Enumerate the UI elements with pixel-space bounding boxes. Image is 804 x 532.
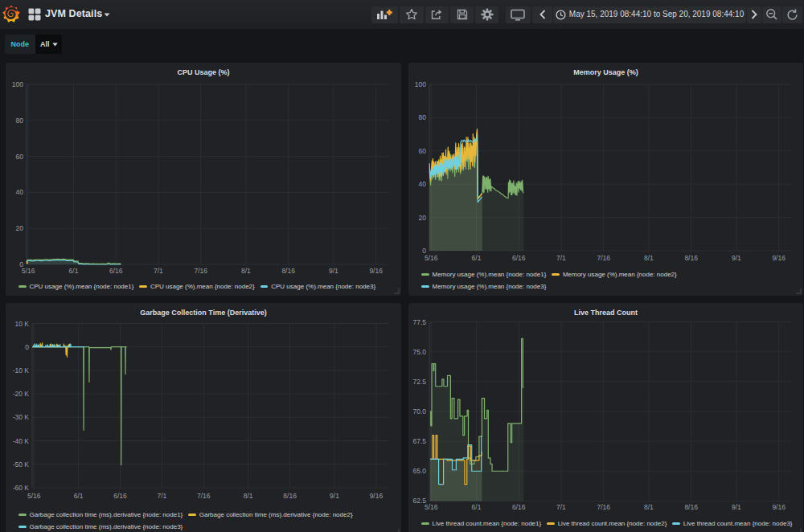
svg-text:8/1: 8/1 (644, 503, 654, 511)
svg-text:80: 80 (419, 113, 427, 121)
svg-text:6/16: 6/16 (512, 503, 526, 511)
svg-text:5/16: 5/16 (22, 267, 35, 275)
svg-text:77.5: 77.5 (412, 318, 426, 326)
svg-text:-60 K: -60 K (13, 484, 30, 492)
svg-text:8/16: 8/16 (684, 503, 698, 511)
svg-text:6/1: 6/1 (69, 267, 79, 275)
svg-text:7/16: 7/16 (597, 503, 610, 511)
svg-text:7/1: 7/1 (157, 492, 166, 500)
svg-text:9/1: 9/1 (732, 503, 741, 511)
svg-text:40: 40 (16, 188, 24, 196)
svg-text:9/16: 9/16 (370, 492, 384, 500)
svg-text:20: 20 (16, 224, 24, 232)
svg-text:9/1: 9/1 (732, 254, 741, 262)
svg-text:6/16: 6/16 (109, 267, 123, 275)
svg-text:10 K: 10 K (15, 320, 30, 328)
svg-text:8/1: 8/1 (644, 254, 654, 262)
svg-text:0: 0 (25, 343, 29, 351)
svg-text:5/16: 5/16 (425, 254, 438, 262)
svg-text:7/1: 7/1 (556, 503, 566, 511)
svg-text:65.0: 65.0 (412, 467, 426, 475)
svg-text:80: 80 (16, 117, 24, 125)
svg-text:8/16: 8/16 (684, 254, 698, 262)
svg-text:40: 40 (419, 180, 427, 188)
svg-text:7/1: 7/1 (154, 267, 163, 275)
svg-text:6/1: 6/1 (74, 492, 84, 500)
svg-text:6/16: 6/16 (113, 492, 127, 500)
svg-text:5/16: 5/16 (27, 492, 41, 500)
svg-text:6/1: 6/1 (472, 503, 482, 511)
svg-text:-30 K: -30 K (13, 413, 30, 421)
svg-text:-20 K: -20 K (13, 390, 30, 398)
svg-text:75.0: 75.0 (412, 348, 426, 356)
svg-text:9/1: 9/1 (329, 267, 338, 275)
svg-text:70.0: 70.0 (412, 407, 426, 415)
svg-text:8/1: 8/1 (241, 267, 251, 275)
svg-text:7/16: 7/16 (197, 492, 211, 500)
svg-text:7/16: 7/16 (194, 267, 207, 275)
svg-text:8/16: 8/16 (283, 492, 297, 500)
svg-text:6/1: 6/1 (472, 254, 482, 262)
svg-text:8/16: 8/16 (281, 267, 295, 275)
svg-text:6/16: 6/16 (512, 254, 526, 262)
svg-text:5/16: 5/16 (425, 503, 438, 511)
svg-text:9/16: 9/16 (772, 254, 786, 262)
svg-text:60: 60 (419, 147, 427, 155)
svg-text:100: 100 (12, 80, 23, 88)
svg-text:9/1: 9/1 (330, 492, 339, 500)
svg-text:72.5: 72.5 (412, 378, 426, 386)
svg-text:-10 K: -10 K (13, 366, 30, 374)
svg-text:20: 20 (419, 214, 427, 222)
svg-text:9/16: 9/16 (369, 267, 383, 275)
svg-text:-50 K: -50 K (13, 460, 30, 469)
svg-text:100: 100 (415, 80, 426, 88)
svg-text:7/16: 7/16 (597, 254, 610, 262)
svg-text:8/1: 8/1 (244, 492, 253, 500)
svg-text:60: 60 (16, 153, 24, 161)
svg-text:-40 K: -40 K (13, 437, 30, 445)
svg-text:9/16: 9/16 (772, 503, 786, 511)
svg-text:67.5: 67.5 (412, 437, 426, 445)
svg-text:7/1: 7/1 (556, 254, 566, 262)
